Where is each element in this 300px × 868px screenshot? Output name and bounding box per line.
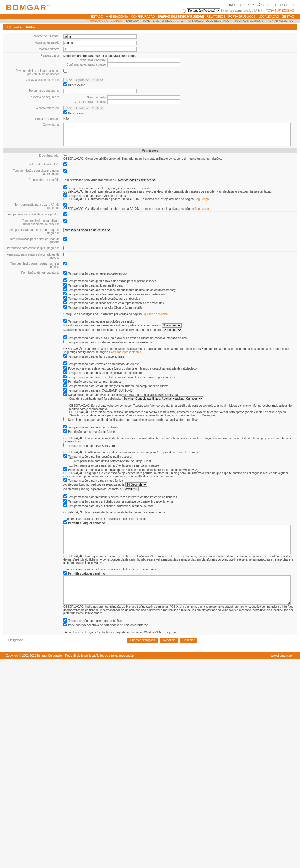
- mustreset-checkbox[interactable]: [63, 69, 67, 73]
- nav-config[interactable]: CONFIGURAÇÃO: [131, 15, 155, 18]
- p29-select[interactable]: 10 Seconds: [125, 482, 147, 487]
- p5-checkbox[interactable]: [63, 296, 67, 300]
- p30-select[interactable]: Permitir: [122, 487, 139, 491]
- secq-input[interactable]: [63, 89, 136, 93]
- shownum-input[interactable]: [63, 47, 136, 52]
- p32-checkbox[interactable]: [63, 499, 67, 503]
- comments-textarea[interactable]: [63, 123, 291, 146]
- p8a-select[interactable]: 3 sessões: [162, 323, 181, 328]
- scripts-checkbox[interactable]: [63, 246, 67, 250]
- p12-checkbox[interactable]: [63, 361, 67, 365]
- showpub-checkbox[interactable]: [63, 262, 67, 266]
- p19-checkbox[interactable]: [63, 392, 67, 396]
- pwexp-month: Agosto: [74, 78, 90, 82]
- p17-checkbox[interactable]: [63, 383, 67, 387]
- save-button[interactable]: Guardar alterações: [127, 638, 158, 643]
- acct-never-expires-checkbox[interactable]: [63, 111, 67, 114]
- nav-users-security[interactable]: UTILIZADORES & SEGURANÇA: [158, 15, 204, 18]
- p28-checkbox[interactable]: [63, 478, 67, 482]
- confirm-answer-input[interactable]: [107, 100, 180, 104]
- p21-checkbox[interactable]: [63, 425, 67, 428]
- acctexp-year: 2010: [91, 106, 104, 111]
- p11-checkbox[interactable]: [63, 354, 67, 358]
- new-answer-input[interactable]: [107, 95, 180, 100]
- p26-checkbox[interactable]: [69, 463, 73, 467]
- p7-checkbox[interactable]: [63, 305, 67, 309]
- p0-checkbox[interactable]: [63, 271, 67, 275]
- cancel-button[interactable]: Cancelar: [180, 638, 197, 643]
- p1-checkbox[interactable]: [63, 278, 67, 282]
- acctexp-day: 06: [63, 106, 73, 111]
- r1-checkbox[interactable]: [63, 186, 67, 189]
- primary-nav: ESTADO A MINHACONTA CONFIGURAÇÃO UTILIZA…: [0, 14, 300, 19]
- displayname-input[interactable]: [63, 41, 136, 45]
- p25-checkbox[interactable]: [69, 458, 73, 462]
- r2-checkbox[interactable]: [63, 193, 67, 197]
- confirm-password-input[interactable]: [107, 62, 180, 67]
- nav-portals[interactable]: PORTAISPÚBLICOS: [228, 15, 256, 18]
- breadcrumb: Utilizador :: Editar: [3, 24, 297, 30]
- p16-checkbox[interactable]: [63, 379, 67, 383]
- pubsite-checkbox[interactable]: [63, 213, 67, 216]
- p33-checkbox[interactable]: [63, 503, 67, 507]
- p20-checkbox[interactable]: [63, 417, 67, 421]
- p8-checkbox[interactable]: [63, 319, 67, 323]
- reset-button[interactable]: Redefinir: [160, 638, 177, 643]
- nav-management[interactable]: GESTÃO: [282, 15, 294, 18]
- subnav-kerberos[interactable]: KEYTAB KERBEROS: [267, 19, 294, 22]
- label-pwexp: A palavra-passe expira em: [3, 77, 62, 88]
- jumpoints-checkbox[interactable]: [63, 162, 67, 166]
- client-paths-textarea[interactable]: [63, 525, 291, 554]
- nav-localization[interactable]: LOCALIZAÇÃO: [258, 15, 279, 18]
- subnav-user-accounts[interactable]: CONTAS DO UTILIZADOR: [89, 19, 123, 22]
- client-allowany-checkbox[interactable]: [63, 521, 67, 524]
- editname-checkbox[interactable]: [63, 169, 67, 173]
- p13-checkbox[interactable]: [63, 366, 67, 370]
- rep-allowany-checkbox[interactable]: [63, 571, 67, 575]
- language-select[interactable]: Português (Portugal): [187, 8, 220, 13]
- pw-never-expires-checkbox[interactable]: [63, 82, 67, 86]
- p24-checkbox[interactable]: [63, 454, 67, 458]
- logout-link[interactable]: TERMINAR SESSÃO: [266, 9, 294, 12]
- subnav-embassy[interactable]: EMBASSY: [125, 19, 140, 22]
- admin-link[interactable]: Admin: [256, 9, 264, 12]
- p27-checkbox[interactable]: [63, 467, 67, 471]
- rep-paths-textarea[interactable]: [63, 575, 291, 604]
- p10-checkbox[interactable]: [63, 340, 67, 343]
- teams-checkbox[interactable]: [63, 237, 67, 241]
- p34-checkbox[interactable]: [63, 618, 67, 622]
- report-view-select[interactable]: Mostrar todas as sessões: [116, 178, 157, 182]
- subnav-group-policies[interactable]: POLÍTICAS DE GRUPO: [234, 19, 265, 22]
- subnav-rep-invite[interactable]: CONVITE DE REPRESENTANTE: [142, 19, 184, 22]
- p35-checkbox[interactable]: [63, 622, 67, 626]
- footer: Copyright © 2002-2010 Bomgar Corporation…: [0, 652, 300, 659]
- p22-checkbox[interactable]: [63, 429, 67, 433]
- filestore-checkbox[interactable]: [63, 219, 67, 223]
- nav-status[interactable]: ESTADO: [91, 15, 103, 18]
- p15-checkbox[interactable]: [63, 374, 67, 378]
- cmdapi-checkbox[interactable]: [63, 203, 67, 207]
- label-disabled: Conta desactivada: [3, 116, 62, 122]
- sponsors-checkbox[interactable]: [63, 253, 67, 256]
- p2-checkbox[interactable]: [63, 283, 67, 287]
- p8b-select[interactable]: 5 minutos: [163, 328, 182, 332]
- cannedmsg-select[interactable]: Mensagens globais e de equipa: [63, 228, 111, 232]
- admin-interface-link[interactable]: Interface administrativa: [223, 9, 253, 12]
- nav-myaccount[interactable]: A MINHACONTA: [106, 15, 128, 18]
- password-hint: Deixe em branco para manter a palavra-pa…: [63, 54, 295, 58]
- p23-checkbox[interactable]: [63, 443, 67, 447]
- label-mustreset: Deve redefinir a palavra-passe no próxim…: [3, 68, 62, 77]
- p4-checkbox[interactable]: [63, 291, 67, 296]
- new-password-input[interactable]: [107, 58, 180, 62]
- p9-checkbox[interactable]: [63, 335, 67, 339]
- username-input[interactable]: [63, 34, 136, 39]
- nav-reports[interactable]: RELATÓRIOS: [206, 15, 225, 18]
- p6-checkbox[interactable]: [63, 300, 67, 304]
- p31-checkbox[interactable]: [63, 494, 67, 498]
- p19a-select[interactable]: Solicitar: Controlo partilhado, Apenas v…: [122, 397, 203, 401]
- subnav-sec-providers[interactable]: FORNECEDORES DE SEGURANÇA: [186, 19, 232, 22]
- p14-checkbox[interactable]: [63, 370, 67, 374]
- p3-checkbox[interactable]: [63, 287, 67, 291]
- p18-checkbox[interactable]: [63, 388, 67, 392]
- pwexp-year: 2010: [91, 78, 104, 82]
